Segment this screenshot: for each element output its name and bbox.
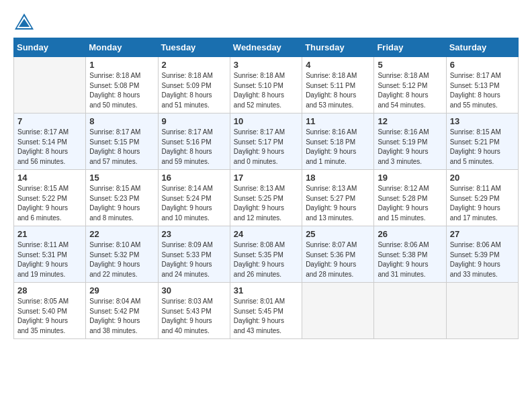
day-info: Sunrise: 8:03 AM Sunset: 5:43 PM Dayligh… (162, 297, 226, 336)
day-info: Sunrise: 8:05 AM Sunset: 5:40 PM Dayligh… (17, 297, 82, 336)
calendar-cell: 19Sunrise: 8:12 AM Sunset: 5:28 PM Dayli… (374, 170, 446, 226)
calendar-cell: 10Sunrise: 8:17 AM Sunset: 5:17 PM Dayli… (230, 113, 302, 170)
day-number: 15 (89, 173, 154, 183)
day-number: 9 (162, 116, 226, 126)
day-number: 27 (450, 229, 515, 239)
calendar-cell (14, 57, 86, 113)
day-number: 8 (89, 116, 154, 126)
calendar-cell: 22Sunrise: 8:10 AM Sunset: 5:32 PM Dayli… (86, 226, 158, 283)
page-header (13, 12, 519, 31)
calendar-week-row: 14Sunrise: 8:15 AM Sunset: 5:22 PM Dayli… (14, 170, 519, 226)
day-number: 13 (450, 116, 515, 126)
day-info: Sunrise: 8:06 AM Sunset: 5:38 PM Dayligh… (378, 240, 442, 279)
day-info: Sunrise: 8:17 AM Sunset: 5:14 PM Dayligh… (17, 128, 82, 167)
day-info: Sunrise: 8:16 AM Sunset: 5:19 PM Dayligh… (378, 128, 442, 167)
day-info: Sunrise: 8:16 AM Sunset: 5:18 PM Dayligh… (306, 128, 370, 167)
calendar-page: SundayMondayTuesdayWednesdayThursdayFrid… (0, 0, 532, 411)
weekday-header-thursday: Thursday (302, 38, 374, 57)
day-info: Sunrise: 8:18 AM Sunset: 5:10 PM Dayligh… (234, 71, 298, 110)
calendar-cell: 31Sunrise: 8:01 AM Sunset: 5:45 PM Dayli… (230, 283, 302, 339)
day-number: 25 (306, 229, 370, 239)
day-number: 11 (306, 116, 370, 126)
day-info: Sunrise: 8:14 AM Sunset: 5:24 PM Dayligh… (162, 184, 226, 223)
calendar-cell: 1Sunrise: 8:18 AM Sunset: 5:08 PM Daylig… (86, 57, 158, 113)
calendar-table: SundayMondayTuesdayWednesdayThursdayFrid… (13, 38, 519, 339)
calendar-cell: 25Sunrise: 8:07 AM Sunset: 5:36 PM Dayli… (302, 226, 374, 283)
calendar-cell: 3Sunrise: 8:18 AM Sunset: 5:10 PM Daylig… (230, 57, 302, 113)
logo-icon (13, 12, 35, 31)
day-number: 7 (17, 116, 82, 126)
calendar-cell: 8Sunrise: 8:17 AM Sunset: 5:15 PM Daylig… (86, 113, 158, 170)
day-number: 10 (234, 116, 298, 126)
day-info: Sunrise: 8:01 AM Sunset: 5:45 PM Dayligh… (234, 297, 298, 336)
day-info: Sunrise: 8:18 AM Sunset: 5:12 PM Dayligh… (378, 71, 442, 110)
calendar-cell: 30Sunrise: 8:03 AM Sunset: 5:43 PM Dayli… (158, 283, 230, 339)
calendar-cell (302, 283, 374, 339)
calendar-week-row: 7Sunrise: 8:17 AM Sunset: 5:14 PM Daylig… (14, 113, 519, 170)
day-number: 2 (162, 60, 226, 70)
day-info: Sunrise: 8:12 AM Sunset: 5:28 PM Dayligh… (378, 184, 442, 223)
day-info: Sunrise: 8:17 AM Sunset: 5:16 PM Dayligh… (162, 128, 226, 167)
calendar-cell: 27Sunrise: 8:06 AM Sunset: 5:39 PM Dayli… (446, 226, 518, 283)
day-number: 23 (162, 229, 226, 239)
calendar-cell: 5Sunrise: 8:18 AM Sunset: 5:12 PM Daylig… (374, 57, 446, 113)
day-info: Sunrise: 8:13 AM Sunset: 5:27 PM Dayligh… (306, 184, 370, 223)
weekday-header-friday: Friday (374, 38, 446, 57)
day-number: 20 (450, 173, 515, 183)
day-number: 3 (234, 60, 298, 70)
calendar-cell: 21Sunrise: 8:11 AM Sunset: 5:31 PM Dayli… (14, 226, 86, 283)
day-info: Sunrise: 8:07 AM Sunset: 5:36 PM Dayligh… (306, 240, 370, 279)
calendar-week-row: 21Sunrise: 8:11 AM Sunset: 5:31 PM Dayli… (14, 226, 519, 283)
calendar-cell: 11Sunrise: 8:16 AM Sunset: 5:18 PM Dayli… (302, 113, 374, 170)
day-number: 6 (450, 60, 515, 70)
calendar-cell: 15Sunrise: 8:15 AM Sunset: 5:23 PM Dayli… (86, 170, 158, 226)
day-info: Sunrise: 8:18 AM Sunset: 5:08 PM Dayligh… (89, 71, 154, 110)
day-number: 12 (378, 116, 442, 126)
day-info: Sunrise: 8:10 AM Sunset: 5:32 PM Dayligh… (89, 240, 154, 279)
calendar-week-row: 1Sunrise: 8:18 AM Sunset: 5:08 PM Daylig… (14, 57, 519, 113)
day-number: 1 (89, 60, 154, 70)
calendar-cell: 23Sunrise: 8:09 AM Sunset: 5:33 PM Dayli… (158, 226, 230, 283)
day-number: 29 (89, 285, 154, 295)
calendar-cell: 18Sunrise: 8:13 AM Sunset: 5:27 PM Dayli… (302, 170, 374, 226)
calendar-cell: 4Sunrise: 8:18 AM Sunset: 5:11 PM Daylig… (302, 57, 374, 113)
day-info: Sunrise: 8:08 AM Sunset: 5:35 PM Dayligh… (234, 240, 298, 279)
calendar-cell: 9Sunrise: 8:17 AM Sunset: 5:16 PM Daylig… (158, 113, 230, 170)
calendar-cell: 29Sunrise: 8:04 AM Sunset: 5:42 PM Dayli… (86, 283, 158, 339)
day-info: Sunrise: 8:09 AM Sunset: 5:33 PM Dayligh… (162, 240, 226, 279)
day-info: Sunrise: 8:17 AM Sunset: 5:13 PM Dayligh… (450, 71, 515, 110)
weekday-header-sunday: Sunday (14, 38, 86, 57)
logo (13, 12, 38, 31)
day-info: Sunrise: 8:17 AM Sunset: 5:17 PM Dayligh… (234, 128, 298, 167)
calendar-cell: 20Sunrise: 8:11 AM Sunset: 5:29 PM Dayli… (446, 170, 518, 226)
day-info: Sunrise: 8:15 AM Sunset: 5:21 PM Dayligh… (450, 128, 515, 167)
calendar-cell (374, 283, 446, 339)
calendar-cell: 16Sunrise: 8:14 AM Sunset: 5:24 PM Dayli… (158, 170, 230, 226)
calendar-cell: 12Sunrise: 8:16 AM Sunset: 5:19 PM Dayli… (374, 113, 446, 170)
day-number: 22 (89, 229, 154, 239)
day-number: 30 (162, 285, 226, 295)
calendar-cell: 26Sunrise: 8:06 AM Sunset: 5:38 PM Dayli… (374, 226, 446, 283)
day-info: Sunrise: 8:04 AM Sunset: 5:42 PM Dayligh… (89, 297, 154, 336)
day-number: 31 (234, 285, 298, 295)
day-number: 4 (306, 60, 370, 70)
day-number: 24 (234, 229, 298, 239)
calendar-cell (446, 283, 518, 339)
day-number: 26 (378, 229, 442, 239)
calendar-cell: 2Sunrise: 8:18 AM Sunset: 5:09 PM Daylig… (158, 57, 230, 113)
calendar-cell: 6Sunrise: 8:17 AM Sunset: 5:13 PM Daylig… (446, 57, 518, 113)
calendar-week-row: 28Sunrise: 8:05 AM Sunset: 5:40 PM Dayli… (14, 283, 519, 339)
day-info: Sunrise: 8:06 AM Sunset: 5:39 PM Dayligh… (450, 240, 515, 279)
day-number: 16 (162, 173, 226, 183)
day-info: Sunrise: 8:15 AM Sunset: 5:23 PM Dayligh… (89, 184, 154, 223)
day-info: Sunrise: 8:11 AM Sunset: 5:29 PM Dayligh… (450, 184, 515, 223)
day-number: 21 (17, 229, 82, 239)
weekday-header-saturday: Saturday (446, 38, 518, 57)
day-number: 14 (17, 173, 82, 183)
weekday-header-monday: Monday (86, 38, 158, 57)
calendar-cell: 14Sunrise: 8:15 AM Sunset: 5:22 PM Dayli… (14, 170, 86, 226)
day-number: 19 (378, 173, 442, 183)
day-number: 28 (17, 285, 82, 295)
weekday-header-tuesday: Tuesday (158, 38, 230, 57)
weekday-header-wednesday: Wednesday (230, 38, 302, 57)
